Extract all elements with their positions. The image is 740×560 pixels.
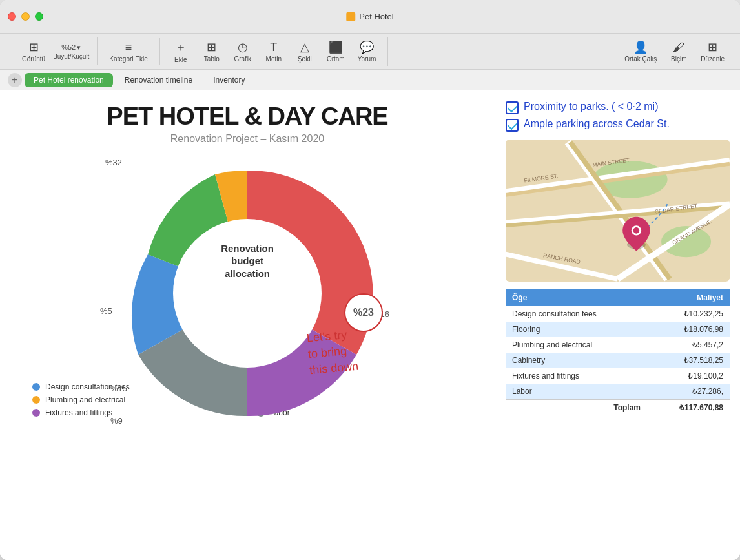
- fullscreen-button[interactable]: [35, 12, 43, 21]
- tabbar: + Pet Hotel renovation Renovation timeli…: [0, 70, 740, 90]
- arrange-icon: ⊞: [708, 40, 717, 54]
- zoom-control[interactable]: %52 ▾ Büyüt/Küçült: [53, 43, 89, 60]
- check-item-0: Proximity to parks. ( < 0·2 mi): [506, 101, 730, 114]
- media-icon: ⬛: [329, 40, 343, 54]
- category-button[interactable]: ≡ Kategori Ekle: [104, 38, 152, 65]
- app-window: Pet Hotel ⊞ Görüntü %52 ▾ Büyüt/Küçült ≡…: [0, 0, 740, 560]
- legend-dot-design: [32, 383, 40, 391]
- window-title: Pet Hotel: [359, 12, 393, 21]
- table-button[interactable]: ⊞ Tablo: [198, 37, 226, 65]
- check-item-1: Ample parking across Cedar St.: [506, 118, 730, 132]
- toolbar-view-group: ⊞ Görüntü %52 ▾ Büyüt/Küçült: [10, 37, 98, 65]
- check-label-0: Proximity to parks. ( < 0·2 mi): [524, 101, 659, 112]
- legend-dot-plumbing: [32, 396, 40, 404]
- text-label: Metin: [266, 56, 282, 63]
- legend-dot-fixtures: [32, 409, 40, 417]
- row-cost-2: ₺5.457,2: [647, 337, 730, 353]
- table-row: Cabinetry ₺37.518,25: [506, 353, 730, 368]
- format-button[interactable]: 🖌 Biçim: [664, 38, 693, 65]
- table-icon: ⊞: [207, 40, 216, 54]
- slide-subtitle: Renovation Project – Kasım 2020: [19, 133, 475, 145]
- traffic-lights: [8, 12, 43, 21]
- row-cost-5: ₺27.286,: [647, 384, 730, 400]
- row-cost-1: ₺18.076,98: [647, 322, 730, 337]
- window-title-area: Pet Hotel: [346, 12, 393, 21]
- shape-icon: △: [300, 40, 309, 54]
- titlebar: Pet Hotel: [0, 0, 740, 34]
- check-label-1: Ample parking across Cedar St.: [524, 118, 670, 130]
- row-cost-3: ₺37.518,25: [647, 353, 730, 368]
- donut-svg: [99, 145, 396, 442]
- checkbox-0[interactable]: [506, 101, 519, 114]
- slide-title: PET HOTEL & DAY CARE: [19, 103, 475, 130]
- budget-table: Öğe Maliyet Design consultation fees ₺10…: [506, 289, 730, 415]
- minimize-button[interactable]: [21, 12, 30, 21]
- chart-icon: ◷: [238, 40, 248, 54]
- view-label: Görüntü: [22, 56, 45, 63]
- row-item-4: Fixtures and fittings: [506, 368, 647, 384]
- table-total-value: ₺117.670,88: [647, 400, 730, 416]
- tab-pet-hotel-renovation[interactable]: Pet Hotel renovation: [25, 73, 113, 87]
- text-button[interactable]: T Metin: [260, 38, 288, 65]
- zoom-label: Büyüt/Küçült: [53, 53, 89, 60]
- comment-button[interactable]: 💬 Yorum: [353, 37, 382, 65]
- format-icon: 🖌: [673, 41, 684, 54]
- add-button[interactable]: ＋ Ekle: [167, 37, 195, 66]
- add-tab-button[interactable]: +: [8, 73, 22, 87]
- close-button[interactable]: [8, 12, 16, 21]
- collab-icon: 👤: [633, 40, 648, 54]
- table-row: Flooring ₺18.076,98: [506, 322, 730, 337]
- row-cost-0: ₺10.232,25: [647, 306, 730, 322]
- map-area: FILMORE ST. MAIN STREET CEDAR STREET RAN…: [506, 140, 730, 282]
- format-label: Biçim: [671, 56, 686, 63]
- collab-button[interactable]: 👤 Ortak Çalış: [619, 37, 662, 65]
- svg-point-0: [173, 219, 322, 368]
- collab-label: Ortak Çalış: [624, 56, 657, 63]
- arrange-button[interactable]: ⊞ Düzenle: [695, 37, 730, 65]
- table-label: Tablo: [204, 56, 220, 63]
- toolbar-category-group: ≡ Kategori Ekle: [98, 38, 159, 65]
- chart-label: Grafik: [234, 56, 251, 63]
- media-button[interactable]: ⬛ Ortam: [322, 37, 350, 65]
- toolbar: ⊞ Görüntü %52 ▾ Büyüt/Küçült ≡ Kategori …: [0, 34, 740, 70]
- main-content: PET HOTEL & DAY CARE Renovation Project …: [0, 90, 740, 560]
- tab-renovation-timeline[interactable]: Renovation timeline: [116, 73, 201, 87]
- comment-icon: 💬: [360, 40, 374, 54]
- text-icon: T: [270, 41, 277, 54]
- shape-button[interactable]: △ Şekil: [291, 37, 319, 65]
- toolbar-insert-group: ＋ Ekle ⊞ Tablo ◷ Grafik T Metin △ Şekil …: [160, 37, 389, 66]
- table-row: Labor ₺27.286,: [506, 384, 730, 400]
- row-item-5: Labor: [506, 384, 647, 400]
- checklist: Proximity to parks. ( < 0·2 mi) Ample pa…: [506, 101, 730, 132]
- donut-chart: %32 %5 %15 %9 %16: [99, 145, 396, 377]
- row-item-3: Cabinetry: [506, 353, 647, 368]
- category-label: Kategori Ekle: [109, 56, 147, 63]
- arrange-label: Düzenle: [701, 56, 725, 63]
- table-row: Design consultation fees ₺10.232,25: [506, 306, 730, 322]
- svg-point-19: [633, 227, 640, 234]
- tab-inventory[interactable]: Inventory: [204, 73, 254, 87]
- table-row: Fixtures and fittings ₺19.100,2: [506, 368, 730, 384]
- row-item-1: Flooring: [506, 322, 647, 337]
- checkbox-1[interactable]: [506, 119, 519, 132]
- row-cost-4: ₺19.100,2: [647, 368, 730, 384]
- table-header-cost: Maliyet: [647, 289, 730, 306]
- row-item-0: Design consultation fees: [506, 306, 647, 322]
- zoom-value: %52: [61, 43, 76, 51]
- view-icon: ⊞: [29, 40, 39, 54]
- right-panel: Proximity to parks. ( < 0·2 mi) Ample pa…: [495, 90, 740, 560]
- chart-button[interactable]: ◷ Grafik: [229, 37, 257, 65]
- chart-center-text: Renovation budget allocation: [209, 242, 286, 280]
- view-button[interactable]: ⊞ Görüntü: [17, 37, 50, 65]
- table-total-label: Toplam: [506, 400, 647, 416]
- row-item-2: Plumbing and electrical: [506, 337, 647, 353]
- shape-label: Şekil: [298, 56, 312, 63]
- map-svg: FILMORE ST. MAIN STREET CEDAR STREET RAN…: [506, 140, 730, 282]
- comment-label: Yorum: [358, 56, 376, 63]
- media-label: Ortam: [327, 56, 345, 63]
- pct-23-circle: %23: [344, 293, 383, 332]
- add-icon: ＋: [175, 39, 187, 55]
- slide-area: PET HOTEL & DAY CARE Renovation Project …: [0, 90, 495, 560]
- add-label: Ekle: [174, 56, 187, 63]
- table-header-item: Öğe: [506, 289, 647, 306]
